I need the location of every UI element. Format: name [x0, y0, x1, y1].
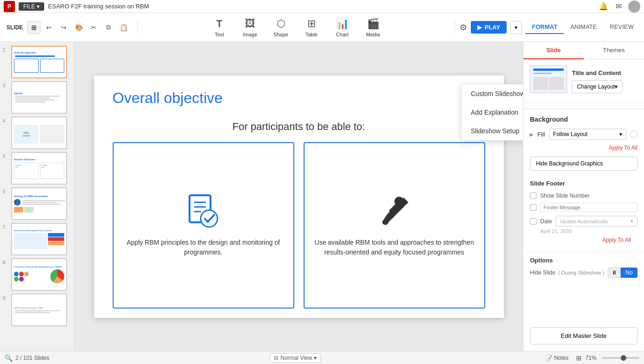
slide-thumb-7[interactable]: 7 Results-Based Management Cycle include… [3, 223, 71, 255]
right-panel: Slide Themes Title and Content Change La… [523, 42, 644, 351]
search-icon[interactable]: 🔍 [5, 354, 13, 362]
card-1-text: Apply RBM principles to the design and m… [123, 238, 284, 257]
insert-image[interactable]: 🖼 Image [238, 16, 262, 39]
play-icon: ▶ [477, 24, 482, 31]
date-dropdown[interactable]: Update Automatically ▾ [556, 216, 637, 227]
edit-master-button[interactable]: Edit Master Slide [530, 327, 637, 344]
show-slide-number-label: Show Slide Number [540, 192, 590, 199]
fill-dropdown[interactable]: Follow Layout ▾ [549, 129, 626, 140]
email-icon[interactable]: ✉ [613, 1, 624, 12]
custom-slideshow-item[interactable]: Custom Slideshow [461, 84, 523, 103]
toggle-pause-icon[interactable]: ⏸ [608, 268, 621, 278]
user-avatar[interactable] [628, 0, 640, 13]
slide-panel: 2 Overall objective 3 Agenda [0, 42, 75, 351]
change-layout-button[interactable]: Change Layout ▾ [572, 80, 623, 93]
media-label: Media [366, 32, 380, 37]
tab-review[interactable]: REVIEW [603, 21, 640, 34]
date-checkbox[interactable] [530, 218, 536, 225]
card-2-text: Use available RBM tools and approaches t… [314, 238, 475, 257]
paint-button[interactable]: 🎨 [72, 21, 85, 34]
slide-label[interactable]: SLIDE [4, 22, 26, 33]
footer-message-input[interactable] [540, 203, 637, 212]
image-label: Image [243, 32, 258, 37]
notification-icon[interactable]: 🔔 [598, 1, 609, 12]
shape-label: Shape [273, 32, 288, 37]
panel-tab-slide[interactable]: Slide [523, 42, 584, 59]
panel-tab-themes[interactable]: Themes [584, 42, 644, 59]
slide-number: 2 / 101 Slides [15, 355, 49, 361]
hide-slide-toggle[interactable]: ⏸ No [608, 268, 637, 278]
view-mode-selector[interactable]: ⊟ Normal View ▾ [270, 353, 321, 363]
tab-format[interactable]: FORMAT [525, 21, 564, 34]
play-button[interactable]: ▶ PLAY [471, 21, 507, 34]
slide-thumb-8[interactable]: 8 Five Drivers of Results-Based Manageme… [3, 258, 71, 291]
footer-title: Slide Footer [530, 180, 637, 187]
hide-background-button[interactable]: Hide Background Graphics [530, 157, 637, 171]
play-label: PLAY [485, 24, 500, 31]
dropdown-menu: Custom Slideshow Add Explanation Slidesh… [461, 84, 523, 141]
redo-button[interactable]: ↪ [57, 21, 70, 34]
slide-subtitle: For participants to be able to: [94, 111, 504, 137]
fill-arrow: ▶ [530, 132, 534, 137]
insert-chart[interactable]: 📊 Chart [331, 16, 354, 39]
file-button[interactable]: FILE ▾ [19, 2, 44, 11]
tab-animate[interactable]: ANIMATE [564, 21, 603, 34]
canvas-area: Custom Slideshow Add Explanation Slidesh… [75, 42, 523, 351]
copy-button[interactable]: ⧉ [102, 21, 115, 34]
chart-label: Chart [336, 32, 349, 37]
show-slide-number-checkbox[interactable] [530, 192, 536, 199]
card-1: Apply RBM principles to the design and m… [113, 142, 294, 309]
apply-all-background[interactable]: Apply To All [523, 144, 644, 155]
fill-color-swatch[interactable] [630, 130, 637, 138]
cut-button[interactable]: ✂ [87, 21, 100, 34]
layout-button[interactable]: ⊞ [27, 21, 41, 34]
undo-button[interactable]: ↩ [42, 21, 55, 34]
paste-button[interactable]: 📋 [117, 21, 130, 34]
slide-thumb-9[interactable]: 9 GCPB resolution strong on RBM [3, 294, 71, 326]
layout-title: Title and Content [572, 69, 623, 76]
insert-media[interactable]: 🎬 Media [361, 16, 385, 39]
play-dropdown[interactable]: ▾ [510, 21, 522, 34]
zoom-slider[interactable] [602, 357, 639, 359]
slide-thumb-6[interactable]: 6 Starting the RBM conversation 👤 [3, 187, 71, 220]
document-check-icon [185, 193, 222, 230]
hide-slide-sub: ( During Slideshow ) [558, 270, 604, 275]
slide-thumb-2[interactable]: 2 Overall objective [3, 46, 71, 78]
add-explanation-item[interactable]: Add Explanation [461, 103, 523, 122]
footer-message-checkbox[interactable] [530, 204, 536, 211]
layout-preview [530, 65, 567, 93]
slideshow-setup-item[interactable]: Slideshow Setup [461, 122, 523, 140]
notes-icon: 📝 [545, 355, 552, 361]
card-2: Use available RBM tools and approaches t… [304, 142, 485, 309]
grid-icon[interactable]: ⊞ [576, 354, 582, 362]
table-icon: ⊞ [307, 18, 316, 30]
options-title: Options [530, 257, 637, 264]
apply-all-footer[interactable]: Apply To All [530, 236, 637, 247]
media-icon: 🎬 [367, 18, 380, 30]
tools-icon [376, 193, 413, 230]
notes-button[interactable]: 📝 Notes [542, 354, 572, 362]
toggle-no-button[interactable]: No [621, 268, 637, 278]
text-label: Text [215, 32, 224, 37]
background-title: Background [523, 110, 644, 125]
svg-point-4 [201, 210, 217, 227]
insert-shape[interactable]: ⬡ Shape [269, 16, 292, 39]
slide-thumb-5[interactable]: 5 Session Objectives contenttext content… [3, 152, 71, 185]
settings-icon[interactable]: ⚙ [460, 22, 467, 33]
chart-icon: 📊 [336, 18, 349, 30]
view-mode-label: Normal View [280, 355, 312, 361]
table-label: Table [305, 32, 318, 37]
date-value: April 21, 2020 [530, 228, 637, 236]
zoom-value: 71% [585, 355, 600, 361]
document-title: ESARO F2F training session on RBM [48, 3, 595, 10]
insert-text[interactable]: T Text [208, 16, 231, 39]
view-mode-arrow: ▾ [314, 355, 317, 361]
hide-slide-label: Hide Slide [530, 269, 556, 276]
notes-label: Notes [554, 355, 569, 361]
view-mode-icon: ⊟ [274, 355, 278, 361]
shape-icon: ⬡ [277, 18, 285, 30]
slide-thumb-4[interactable]: 4 RBMcontent [3, 117, 71, 149]
slide-thumb-3[interactable]: 3 Agenda [3, 81, 71, 114]
insert-table[interactable]: ⊞ Table [300, 16, 323, 39]
fill-label: Fill [537, 131, 545, 138]
